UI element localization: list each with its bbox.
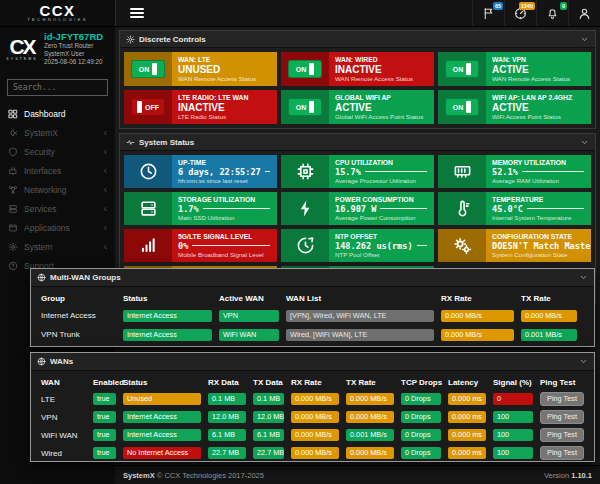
card-subtitle: Main SSD Utilization (178, 214, 271, 222)
discrete-card: ONWAN: VPNACTIVEWAN Remote Access Status (438, 52, 591, 86)
status-card: TEMPERATURE45.0°CInternal System Tempera… (438, 192, 591, 225)
wan-name: Wired (41, 449, 93, 458)
nav-label: Dashboard (24, 109, 66, 119)
column-header: RX Data (208, 378, 253, 387)
topbar-actions: 6513400 (472, 0, 600, 26)
latency-badge: 0.000 ms (448, 447, 486, 459)
search-input[interactable] (7, 79, 108, 96)
toggle-switch[interactable]: ON (445, 98, 479, 116)
column-header: RX Rate (441, 294, 521, 303)
gauge-button[interactable]: 1340 (504, 0, 536, 26)
toggle-label: ON (139, 66, 150, 73)
status-card: 5G/LTE SIGNAL LEVEL0%Mobile Broadband Si… (124, 229, 277, 262)
thermometer-icon (453, 199, 472, 218)
collapse-chevron-icon[interactable] (580, 35, 589, 44)
tx-data-badge: 0.1 MB (253, 393, 284, 405)
menu-toggle-button[interactable] (115, 0, 158, 26)
cx-systems-logo: CX SYSTEMS (4, 31, 40, 66)
card-subtitle: System Configuration State (492, 251, 585, 259)
table-row: WiredtrueNo Internet Access22.7 MB22.7 M… (31, 444, 594, 462)
notification-badge: 65 (493, 2, 503, 10)
column-header: Signal (%) (493, 378, 540, 387)
latency-badge: 0.000 ms (448, 411, 486, 423)
toggle-switch[interactable]: ON (131, 60, 165, 78)
chevron-left-icon: ‹ (104, 223, 107, 233)
signal-badge: 0 (493, 393, 533, 405)
chevron-left-icon: ‹ (104, 128, 107, 138)
pulse-icon (126, 138, 135, 147)
sidebar-item-interfaces[interactable]: Interfaces‹ (0, 161, 115, 180)
cx-logo-mark: CX (9, 37, 34, 57)
collapse-chevron-icon[interactable] (579, 273, 588, 282)
nav-label: Networking (24, 185, 67, 195)
column-header: Status (123, 378, 208, 387)
enabled-badge: true (93, 393, 116, 405)
flag-button[interactable]: 65 (472, 0, 504, 26)
brand-logo: CCX TECHNOLOGIES (0, 0, 115, 26)
sidebar-item-systemx[interactable]: SystemX‹ (0, 123, 115, 142)
card-title: WAN: WIRED (335, 56, 428, 64)
globe-icon (37, 357, 46, 366)
table-row: LTEtrueUnused0.1 MB0.1 MB0.000 MB/s0.000… (31, 390, 594, 408)
enabled-badge: true (93, 447, 116, 459)
cx-icon (8, 128, 18, 138)
toggle-switch[interactable]: ON (288, 98, 322, 116)
toggle-switch[interactable]: ON (288, 60, 322, 78)
toggle-knob (152, 63, 157, 75)
toggle-label: OFF (145, 104, 159, 111)
ping-test-button[interactable]: Ping Test (540, 428, 584, 442)
column-header: Ping Test (540, 378, 584, 387)
card-value: 45.0°C (492, 204, 523, 214)
sidebar-item-services[interactable]: Services‹ (0, 199, 115, 218)
sidebar-item-dashboard[interactable]: Dashboard (0, 104, 115, 123)
wans-table-header: WANEnabledStatusRX DataTX DataRX RateTX … (31, 374, 594, 390)
ram-icon (453, 162, 472, 181)
table-row: VPNtrueInternet Access12.0 MB12.0 MB0.00… (31, 408, 594, 426)
discrete-card: ONWAN: WIREDINACTIVEWAN Remote Access St… (281, 52, 434, 86)
support-icon (8, 261, 18, 271)
app-screen: CCX TECHNOLOGIES 6513400 CX SYSTEMS id-J… (0, 0, 600, 484)
chevron-left-icon: ‹ (104, 204, 107, 214)
toggle-switch[interactable]: OFF (131, 98, 165, 116)
rx-rate-badge: 0.000 MB/s (291, 411, 339, 423)
card-title: WAN: LTE (178, 56, 271, 64)
card-value: DOESN'T Match Master (492, 241, 591, 251)
sidebar-item-applications[interactable]: Applications‹ (0, 218, 115, 237)
cx-logo-sub: SYSTEMS (6, 57, 37, 61)
chevron-down-icon (580, 138, 589, 147)
card-value: INACTIVE (178, 102, 271, 113)
card-value: 0% (178, 241, 188, 251)
column-header: Status (123, 294, 219, 303)
user-button[interactable] (568, 0, 600, 26)
sidebar-item-security[interactable]: Security‹ (0, 142, 115, 161)
bell-button[interactable]: 0 (536, 0, 568, 26)
ping-test-button[interactable]: Ping Test (540, 446, 584, 460)
card-title: LTE RADIO: LTE WAN (178, 94, 271, 102)
tcp-drops-badge: 0 Drops (401, 429, 441, 441)
ping-test-button[interactable]: Ping Test (540, 392, 584, 406)
column-header: TCP Drops (401, 378, 448, 387)
signal-badge: 100 (493, 447, 533, 459)
card-title: UP-TIME (178, 159, 271, 167)
sidebar-item-system[interactable]: System‹ (0, 237, 115, 256)
discrete-controls-header: Discrete Controls (120, 31, 595, 48)
collapse-chevron-icon[interactable] (580, 138, 589, 147)
multiwan-table-header: GroupStatusActive WANWAN ListRX RateTX R… (31, 290, 594, 306)
card-subtitle: Average Processor Utilization (335, 177, 428, 185)
latency-badge: 0.000 ms (448, 393, 486, 405)
card-value: 52.1% (492, 167, 518, 177)
chevron-left-icon: ‹ (104, 185, 107, 195)
sidebar-item-networking[interactable]: Networking‹ (0, 180, 115, 199)
rx-data-badge: 6.1 MB (208, 429, 246, 441)
card-title: CONFIGURATION STATE (492, 233, 585, 241)
brand-name: CCX (39, 4, 75, 17)
card-subtitle: NTP Pool Offset (335, 251, 428, 259)
column-header: Group (41, 294, 123, 303)
wans-table-body: LTEtrueUnused0.1 MB0.1 MB0.000 MB/s0.000… (31, 390, 594, 462)
tx-rate-badge: 0.001 MB/s (521, 329, 577, 341)
card-subtitle: hh:mm:ss since last reset (178, 177, 271, 185)
toggle-switch[interactable]: ON (445, 60, 479, 78)
ping-test-button[interactable]: Ping Test (540, 410, 584, 424)
collapse-chevron-icon[interactable] (579, 357, 588, 366)
status-card: POWER CONSUMPTION16.907 WAverage Power C… (281, 192, 434, 225)
